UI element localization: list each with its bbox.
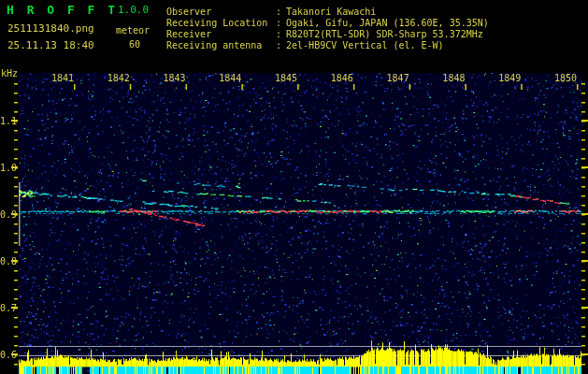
info-row-antenna: Receiving antenna:2el-HB9CV Vertical (el…	[166, 40, 444, 50]
info-value: 2el-HB9CV Vertical (el. E-W)	[286, 40, 444, 50]
time-axis-label: 1849	[498, 73, 521, 83]
time-axis-label: 1843	[163, 73, 185, 83]
info-separator: :	[276, 40, 281, 50]
time-axis-label: 1842	[108, 73, 130, 83]
spectrogram-canvas	[0, 0, 588, 374]
info-value: R820T2(RTL-SDR) SDR-Sharp 53.372MHz	[286, 29, 483, 39]
info-value: Takanori Kawachi	[286, 7, 376, 17]
info-value: Ogaki, Gifu, JAPAN (136.60E, 35.35N)	[286, 18, 489, 28]
duration-label: 60	[129, 39, 140, 50]
app-version: 1.0.0	[118, 4, 149, 16]
freq-axis-label: 0.9	[0, 209, 12, 220]
datetime-label: 25.11.13 18:40	[7, 39, 94, 51]
info-row-receiver: Receiver:R820T2(RTL-SDR) SDR-Sharp 53.37…	[166, 29, 483, 39]
info-label: Receiving Location	[166, 18, 276, 28]
info-row-observer: Observer:Takanori Kawachi	[166, 7, 376, 17]
freq-axis-label: 0.6	[0, 350, 12, 360]
time-axis-label: 1841	[51, 73, 74, 83]
info-separator: :	[276, 29, 281, 39]
time-axis-label: 1850	[554, 73, 577, 83]
hrofft-window: H R O F F T 1.0.0 2511131840.png meteor …	[0, 0, 588, 374]
freq-axis-label: 0.7	[0, 303, 12, 313]
time-axis-label: 1845	[275, 73, 297, 83]
info-label: Receiver	[166, 29, 276, 39]
freq-axis-label: 1.0	[0, 163, 12, 173]
app-title: H R O F F T	[7, 3, 118, 17]
info-row-location: Receiving Location:Ogaki, Gifu, JAPAN (1…	[166, 18, 489, 28]
freq-axis-label: 1.1	[0, 116, 12, 126]
time-axis-label: 1848	[442, 73, 465, 83]
info-separator: :	[276, 18, 281, 28]
time-axis-label: 1847	[387, 73, 409, 83]
info-label: Observer	[166, 7, 276, 17]
time-axis-label: 1844	[219, 73, 241, 83]
freq-axis-label: 0.8	[0, 256, 12, 266]
freq-axis-unit: kHz	[1, 68, 18, 79]
info-separator: :	[276, 7, 281, 17]
time-axis-label: 1846	[331, 73, 353, 83]
info-label: Receiving antenna	[166, 40, 276, 50]
output-filename: 2511131840.png	[7, 22, 94, 35]
mode-label: meteor	[116, 25, 150, 36]
